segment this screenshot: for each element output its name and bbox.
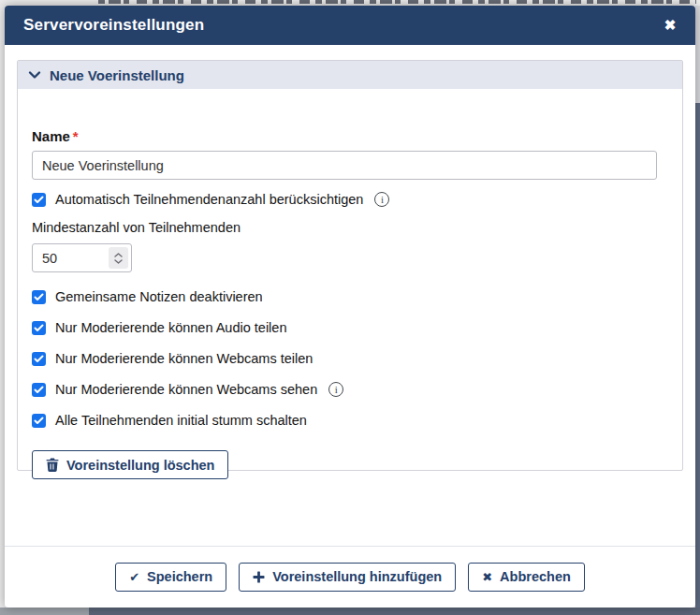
checkbox-checked-icon[interactable]	[32, 290, 46, 304]
backdrop-bottom-left	[0, 608, 89, 615]
checkbox-label: Nur Moderierende können Audio teilen	[55, 320, 286, 335]
trash-icon	[46, 458, 59, 472]
stepper-up-icon	[114, 253, 123, 257]
checkbox-checked-icon[interactable]	[32, 321, 46, 335]
checkbox-row[interactable]: Gemeinsame Notizen deaktivieren	[32, 287, 263, 306]
checkbox-row[interactable]: Alle Teilnehmenden initial stumm schalte…	[32, 411, 307, 430]
min-participants-label: Mindestanzahl von Teilnehmenden	[32, 220, 241, 235]
close-icon[interactable]: ✖	[657, 6, 683, 45]
chevron-down-icon	[28, 69, 41, 81]
modal-header: Servervoreinstellungen ✖	[5, 6, 695, 45]
checkbox-label: Nur Moderierende können Webcams teilen	[55, 351, 313, 366]
x-icon: ✖	[482, 571, 492, 583]
checkbox-label: Nur Moderierende können Webcams sehen	[55, 382, 317, 397]
add-preset-button[interactable]: Voreinstellung hinzufügen	[239, 563, 456, 592]
backdrop-bottom-right	[89, 608, 700, 615]
min-participants-field	[32, 243, 132, 272]
preset-section-title: Neue Voerinstellung	[50, 67, 184, 83]
checkbox-checked-icon[interactable]	[32, 383, 46, 397]
plus-icon	[253, 571, 265, 583]
checkbox-checked-icon[interactable]	[32, 193, 46, 207]
preset-card: Neue Voerinstellung Name* Automatisch Te…	[17, 60, 683, 471]
required-marker: *	[73, 128, 79, 144]
check-icon: ✔	[129, 571, 139, 583]
auto-participants-checkbox-row[interactable]: Automatisch Teilnehmendenanzahl berücksi…	[32, 190, 389, 209]
server-presets-modal: Servervoreinstellungen ✖ Neue Voerinstel…	[5, 6, 695, 608]
checkbox-label: Alle Teilnehmenden initial stumm schalte…	[55, 413, 307, 428]
checkbox-checked-icon[interactable]	[32, 352, 46, 366]
backdrop-right-bottom	[695, 103, 700, 615]
checkbox-label: Automatisch Teilnehmendenanzahl berücksi…	[55, 192, 363, 207]
cancel-label: Abbrechen	[500, 569, 571, 584]
checkbox-row[interactable]: Nur Moderierende können Audio teilen	[32, 318, 286, 337]
backdrop-right-top	[695, 6, 700, 103]
checkbox-row[interactable]: Nur Moderierende können Webcams sehen i	[32, 380, 343, 399]
info-icon[interactable]: i	[328, 382, 343, 397]
add-preset-label: Voreinstellung hinzufügen	[272, 569, 442, 584]
save-button[interactable]: ✔ Speichern	[115, 563, 226, 592]
checkbox-label: Gemeinsame Notizen deaktivieren	[55, 289, 263, 304]
delete-preset-button[interactable]: Voreinstellung löschen	[32, 450, 228, 479]
preset-section-header[interactable]: Neue Voerinstellung	[18, 61, 682, 89]
cancel-button[interactable]: ✖ Abbrechen	[468, 563, 585, 592]
save-label: Speichern	[147, 569, 212, 584]
checkbox-checked-icon[interactable]	[32, 414, 46, 428]
name-label: Name*	[32, 128, 79, 144]
backdrop-clipped-text	[98, 0, 696, 4]
modal-footer: ✔ Speichern Voreinstellung hinzufügen ✖ …	[5, 547, 695, 607]
modal-title: Servervoreinstellungen	[23, 16, 204, 35]
delete-preset-label: Voreinstellung löschen	[66, 458, 214, 473]
stepper-down-icon	[114, 259, 123, 264]
checkbox-row[interactable]: Nur Moderierende können Webcams teilen	[32, 349, 313, 368]
number-stepper[interactable]	[109, 247, 128, 269]
name-input[interactable]	[32, 151, 657, 180]
info-icon[interactable]: i	[374, 192, 389, 207]
screen: Servervoreinstellungen ✖ Neue Voerinstel…	[0, 0, 700, 615]
